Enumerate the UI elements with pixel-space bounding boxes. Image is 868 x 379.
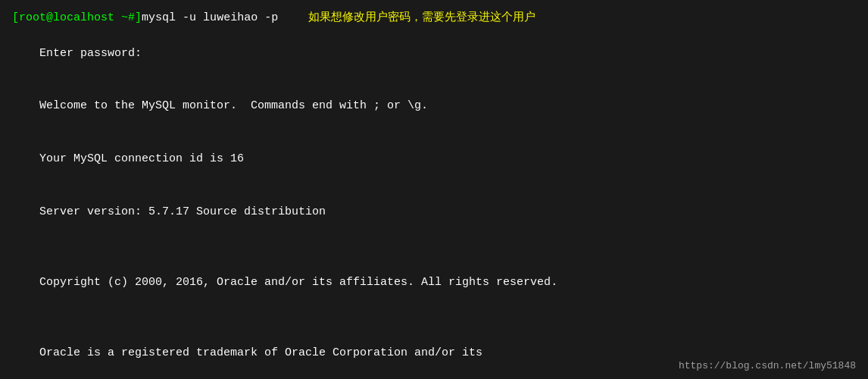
output-line-copyright: Copyright (c) 2000, 2016, Oracle and/or …	[12, 256, 856, 309]
prompt-host: localhost	[53, 9, 114, 27]
output-line-enter-password: Enter password:	[12, 27, 856, 80]
url-label: https://blog.csdn.net/lmy51848	[679, 360, 856, 371]
output-line-server-version: Server version: 5.7.17 Source distributi…	[12, 186, 856, 239]
blank-line-1	[12, 238, 856, 255]
terminal: [root@localhost ~#]mysql -u luweihao -p如…	[0, 0, 868, 379]
output-line-welcome: Welcome to the MySQL monitor. Commands e…	[12, 80, 856, 133]
blank-line-2	[12, 309, 856, 326]
prompt-user: root	[19, 9, 46, 27]
command-text: mysql -u luweihao -p	[142, 9, 278, 27]
prompt-line-1: [root@localhost ~#]mysql -u luweihao -p如…	[12, 9, 856, 27]
output-line-connection: Your MySQL connection id is 16	[12, 133, 856, 186]
annotation-text: 如果想修改用户密码，需要先登录进这个用户	[308, 9, 535, 27]
prompt-bracket: [	[12, 9, 19, 27]
